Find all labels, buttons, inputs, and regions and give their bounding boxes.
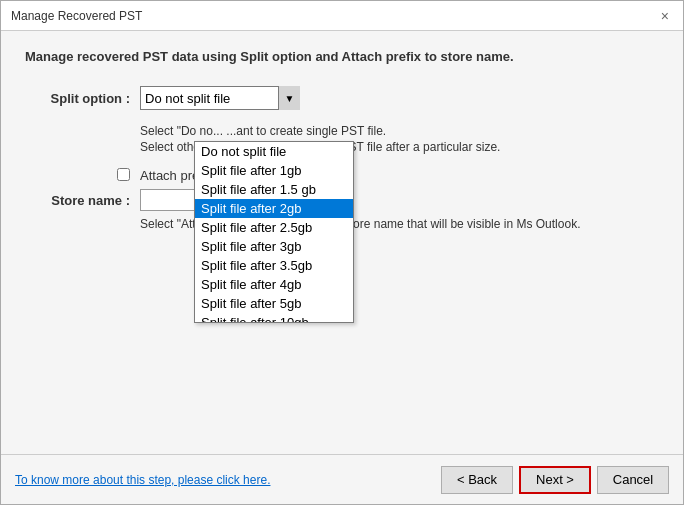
next-button[interactable]: Next > (519, 466, 591, 494)
dropdown-item-1[interactable]: Split file after 1gb (195, 161, 353, 180)
split-select-wrapper: ▼ (140, 86, 300, 110)
dropdown-item-5[interactable]: Split file after 3gb (195, 237, 353, 256)
dropdown-item-2[interactable]: Split file after 1.5 gb (195, 180, 353, 199)
dropdown-item-4[interactable]: Split file after 2.5gb (195, 218, 353, 237)
split-option-label: Split option : (25, 91, 140, 106)
dropdown-scroll-area[interactable]: Do not split file Split file after 1gb S… (195, 142, 353, 322)
help-text-1: Select "Do no... ...ant to create single… (140, 124, 659, 138)
dropdown-item-9[interactable]: Split file after 10gb (195, 313, 353, 322)
dropdown-item-0[interactable]: Do not split file (195, 142, 353, 161)
attach-checkbox-wrap (25, 168, 140, 181)
back-button[interactable]: < Back (441, 466, 513, 494)
description-text: Manage recovered PST data using Split op… (25, 49, 659, 64)
close-button[interactable]: × (657, 8, 673, 24)
split-select-input[interactable] (140, 86, 300, 110)
split-dropdown: Do not split file Split file after 1gb S… (194, 141, 354, 323)
dropdown-item-8[interactable]: Split file after 5gb (195, 294, 353, 313)
cancel-button[interactable]: Cancel (597, 466, 669, 494)
dropdown-item-3[interactable]: Split file after 2gb (195, 199, 353, 218)
title-bar: Manage Recovered PST × (1, 1, 683, 31)
dialog: Manage Recovered PST × Manage recovered … (0, 0, 684, 505)
attach-prefix-checkbox[interactable] (117, 168, 130, 181)
dropdown-item-7[interactable]: Split file after 4gb (195, 275, 353, 294)
store-name-label: Store name : (25, 193, 140, 208)
dialog-content: Manage recovered PST data using Split op… (1, 31, 683, 454)
help-link[interactable]: To know more about this step, please cli… (15, 473, 270, 487)
split-option-row: Split option : ▼ (25, 86, 659, 110)
dropdown-item-6[interactable]: Split file after 3.5gb (195, 256, 353, 275)
footer-buttons: < Back Next > Cancel (441, 466, 669, 494)
footer: To know more about this step, please cli… (1, 454, 683, 504)
dialog-title: Manage Recovered PST (11, 9, 142, 23)
